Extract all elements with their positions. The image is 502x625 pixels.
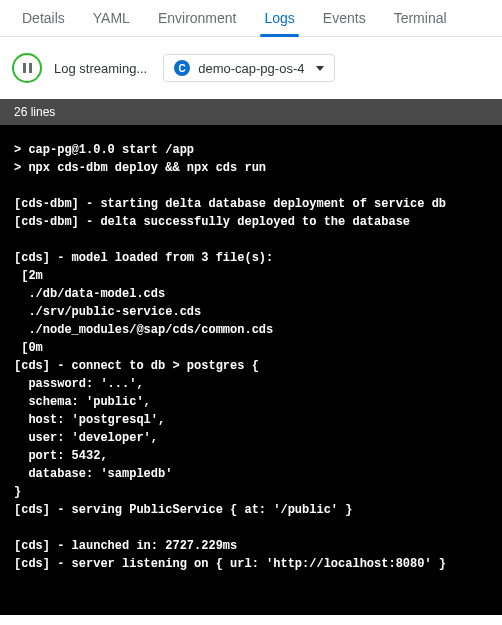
stream-status-label: Log streaming... (54, 61, 147, 76)
lines-count-bar: 26 lines (0, 99, 502, 125)
log-line: ./db/data-model.cds (14, 287, 165, 301)
log-line: port: 5432, (14, 449, 108, 463)
log-line: [2m (14, 269, 43, 283)
log-line: } (14, 485, 21, 499)
log-line: schema: 'public', (14, 395, 151, 409)
container-badge-icon: C (174, 60, 190, 76)
tab-environment[interactable]: Environment (144, 0, 251, 36)
controls-bar: Log streaming... C demo-cap-pg-os-4 (0, 37, 502, 99)
tab-logs[interactable]: Logs (250, 0, 308, 36)
tab-terminal[interactable]: Terminal (380, 0, 461, 36)
log-line: user: 'developer', (14, 431, 158, 445)
log-line: [cds] - model loaded from 3 file(s): (14, 251, 273, 265)
log-line: [cds] - server listening on { url: 'http… (14, 557, 446, 571)
log-line: host: 'postgresql', (14, 413, 165, 427)
pause-icon (23, 63, 32, 73)
log-line: [cds] - connect to db > postgres { (14, 359, 259, 373)
log-line: ./node_modules/@sap/cds/common.cds (14, 323, 273, 337)
dropdown-selected-value: demo-cap-pg-os-4 (198, 61, 304, 76)
log-line: [0m (14, 341, 43, 355)
tab-yaml[interactable]: YAML (79, 0, 144, 36)
log-line: password: '...', (14, 377, 144, 391)
log-output: > cap-pg@1.0.0 start /app > npx cds-dbm … (0, 125, 502, 615)
chevron-down-icon (316, 66, 324, 71)
pod-selector-dropdown[interactable]: C demo-cap-pg-os-4 (163, 54, 335, 82)
log-line: > npx cds-dbm deploy && npx cds run (14, 161, 266, 175)
log-line: > cap-pg@1.0.0 start /app (14, 143, 194, 157)
tabs-bar: Details YAML Environment Logs Events Ter… (0, 0, 502, 37)
tab-events[interactable]: Events (309, 0, 380, 36)
log-line: database: 'sampledb' (14, 467, 172, 481)
log-line: [cds] - launched in: 2727.229ms (14, 539, 237, 553)
log-line: [cds] - serving PublicService { at: '/pu… (14, 503, 352, 517)
log-line: [cds-dbm] - starting delta database depl… (14, 197, 446, 211)
log-line: [cds-dbm] - delta successfully deployed … (14, 215, 410, 229)
log-line: ./srv/public-service.cds (14, 305, 201, 319)
pause-button[interactable] (12, 53, 42, 83)
tab-details[interactable]: Details (8, 0, 79, 36)
